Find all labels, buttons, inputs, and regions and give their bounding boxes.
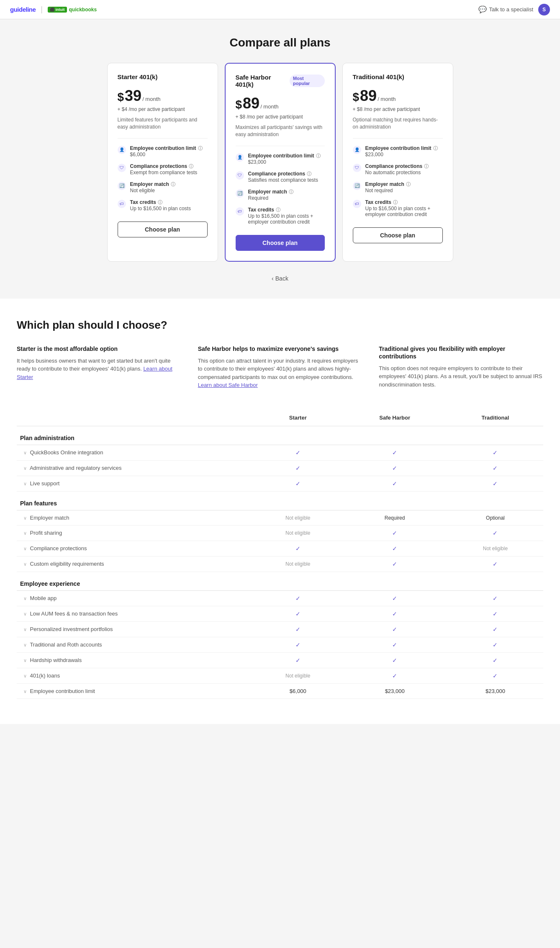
price-period: / month: [260, 103, 278, 110]
table-row: ∨ QuickBooks Online integration✓✓✓: [17, 445, 543, 460]
feature-item: 🔄 Employer match ⓘ Not eligible: [118, 181, 208, 193]
expand-icon[interactable]: ∨: [23, 450, 27, 455]
card-description: Limited features for participants and ea…: [118, 116, 208, 131]
feature-item: 👤 Employee contribution limit ⓘ $6,000: [118, 145, 208, 157]
info-icon[interactable]: ⓘ: [158, 199, 162, 206]
feature-item: 👤 Employee contribution limit ⓘ $23,000: [353, 145, 443, 157]
cell-traditional: ✓: [447, 590, 543, 606]
check-icon: ✓: [493, 465, 498, 471]
check-icon: ✓: [493, 641, 498, 648]
feature-value: $23,000: [365, 152, 443, 157]
expand-icon[interactable]: ∨: [23, 531, 27, 536]
expand-icon[interactable]: ∨: [23, 466, 27, 471]
feature-item: 🏷 Tax credits ⓘ Up to $16,500 in plan co…: [236, 207, 325, 225]
feature-label: Employee contribution limit ⓘ: [130, 145, 208, 152]
person-icon: 👤: [118, 146, 126, 154]
card-divider: [236, 146, 325, 146]
cell-traditional: ✓: [447, 476, 543, 491]
info-icon[interactable]: ⓘ: [189, 163, 193, 170]
expand-icon[interactable]: ∨: [23, 658, 27, 663]
info-icon[interactable]: ⓘ: [406, 181, 411, 188]
not-eligible-text: Not eligible: [285, 530, 310, 536]
feature-item: 🛡 Compliance protections ⓘ No automatic …: [353, 163, 443, 175]
check-icon: ✓: [392, 595, 397, 602]
feature-list: 👤 Employee contribution limit ⓘ $6,000 🛡…: [118, 145, 208, 211]
check-icon: ✓: [295, 626, 301, 633]
check-icon: ✓: [392, 561, 397, 567]
which-plan-columns: Starter is the most affordable option It…: [17, 345, 543, 389]
info-icon[interactable]: ⓘ: [171, 181, 175, 188]
section-header-row: Plan administration: [17, 426, 543, 445]
feature-label: Employer match ⓘ: [248, 189, 325, 195]
check-icon: ✓: [392, 480, 397, 487]
info-icon[interactable]: ⓘ: [316, 153, 321, 159]
expand-icon[interactable]: ∨: [23, 562, 27, 567]
price-sub: + $8 /mo per active participant: [236, 114, 325, 120]
avatar[interactable]: S: [538, 4, 550, 15]
choose-plan-button-safeharbor[interactable]: Choose plan: [236, 235, 325, 251]
price-amount: 89: [243, 95, 259, 112]
feature-value: Up to $16,500 in plan costs + employer c…: [365, 206, 443, 217]
expand-icon[interactable]: ∨: [23, 481, 27, 486]
shield-icon: 🛡: [353, 164, 361, 172]
intuit-badge: ⬛ intuit: [48, 7, 67, 13]
choose-plan-button-traditional[interactable]: Choose plan: [353, 227, 443, 243]
feature-value: Up to $16,500 in plan costs + employer c…: [248, 213, 325, 225]
feature-item: 🛡 Compliance protections ⓘ Satisfies mos…: [236, 171, 325, 183]
cell-starter: Not eligible: [254, 525, 342, 541]
expand-icon[interactable]: ∨: [23, 673, 27, 678]
expand-icon[interactable]: ∨: [23, 689, 27, 694]
info-icon[interactable]: ⓘ: [289, 189, 293, 195]
plan-card-safeharbor: Safe Harbor 401(k) Most popular $ 89 / m…: [225, 63, 336, 262]
feature-item: 🔄 Employer match ⓘ Required: [236, 189, 325, 201]
expand-icon[interactable]: ∨: [23, 596, 27, 601]
plans-cards: Starter 401(k) $ 39 / month + $4 /mo per…: [8, 63, 552, 262]
expand-icon[interactable]: ∨: [23, 627, 27, 632]
cell-starter: Not eligible: [254, 510, 342, 525]
section-header-row: Plan features: [17, 491, 543, 510]
feature-value: Not required: [365, 188, 443, 193]
info-icon[interactable]: ⓘ: [424, 163, 429, 170]
price-dollar: $: [353, 90, 360, 104]
feature-label: Compliance protections ⓘ: [248, 171, 325, 177]
check-icon: ✓: [392, 449, 397, 456]
learn-more-link[interactable]: Learn about Starter: [17, 366, 172, 380]
feature-list: 👤 Employee contribution limit ⓘ $23,000 …: [236, 153, 325, 225]
feature-value: Up to $16,500 in plan costs: [130, 206, 208, 211]
cell-starter: ✓: [254, 476, 342, 491]
which-col-title: Safe Harbor helps to maximize everyone's…: [198, 345, 362, 353]
back-button[interactable]: ‹ Back: [272, 275, 288, 282]
plan-card-starter: Starter 401(k) $ 39 / month + $4 /mo per…: [107, 63, 218, 262]
info-icon[interactable]: ⓘ: [198, 145, 203, 152]
feature-label: Employer match ⓘ: [365, 181, 443, 188]
check-icon: ✓: [392, 672, 397, 679]
info-icon[interactable]: ⓘ: [307, 171, 311, 177]
price-sub: + $4 /mo per active participant: [118, 106, 208, 112]
check-icon: ✓: [493, 480, 498, 487]
check-icon: ✓: [392, 641, 397, 648]
feature-label: Compliance protections ⓘ: [365, 163, 443, 170]
info-icon[interactable]: ⓘ: [276, 207, 280, 213]
expand-icon[interactable]: ∨: [23, 611, 27, 616]
expand-icon[interactable]: ∨: [23, 515, 27, 520]
info-icon[interactable]: ⓘ: [393, 199, 398, 206]
check-icon: ✓: [295, 657, 301, 664]
cell-traditional: ✓: [447, 637, 543, 652]
card-divider: [353, 138, 443, 139]
feature-label: Employee contribution limit ⓘ: [248, 153, 325, 159]
cell-starter: ✓: [254, 606, 342, 621]
row-label: ∨ Traditional and Roth accounts: [17, 637, 254, 652]
talk-to-specialist-button[interactable]: 💬 Talk to a specialist: [478, 5, 534, 13]
cell-starter: ✓: [254, 621, 342, 637]
cell-traditional: Optional: [447, 510, 543, 525]
check-icon: ✓: [493, 595, 498, 602]
which-col-title: Traditional gives you flexibility with e…: [379, 345, 543, 360]
card-title: Starter 401(k): [118, 73, 158, 80]
choose-plan-button-starter[interactable]: Choose plan: [118, 222, 208, 237]
learn-more-link[interactable]: Learn about Safe Harbor: [198, 382, 258, 388]
expand-icon[interactable]: ∨: [23, 546, 27, 551]
info-icon[interactable]: ⓘ: [433, 145, 438, 152]
expand-icon[interactable]: ∨: [23, 642, 27, 647]
which-col-text: It helps business owners that want to ge…: [17, 357, 181, 381]
check-icon: ✓: [295, 611, 301, 617]
